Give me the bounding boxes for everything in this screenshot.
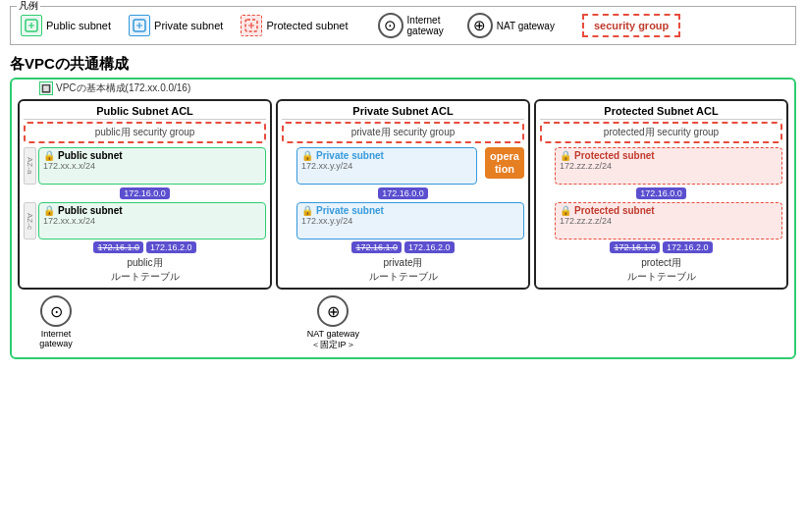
- private-az2-container: AZ-c 🔒 Private subnet 172.xx.y.y/24: [282, 202, 524, 239]
- private-az1-cidr: 172.xx.y.y/24: [301, 161, 472, 171]
- public-rt-badge1: 172.16.0.0: [120, 187, 170, 199]
- protected-rt-badge1: 172.16.0.0: [636, 187, 686, 199]
- private-lock-icon: 🔒: [301, 150, 313, 161]
- protected-lock-icon: 🔒: [560, 150, 571, 161]
- private-az2-lock-icon: 🔒: [301, 205, 313, 216]
- internet-gw-icon: ⊙: [378, 13, 403, 38]
- legend-nat-gw: ⊕ NAT gateway: [467, 13, 555, 38]
- security-group-legend: security group: [582, 14, 680, 37]
- legend-item-private: Private subnet: [129, 15, 223, 36]
- vpc-icon: 🔲: [39, 81, 53, 95]
- acl-row: Public Subnet ACL public用 security group…: [18, 99, 788, 290]
- public-az2-label: AZ-c: [24, 202, 36, 239]
- public-az1-cidr: 172.xx.x.x/24: [43, 161, 261, 171]
- section-title: 各VPCの共通構成: [0, 51, 806, 76]
- private-az1-container: AZ-a 🔒 Private subnet 172.xx.y.y/24 oper…: [282, 147, 524, 185]
- private-az2-cidr: 172.xx.y.y/24: [301, 216, 519, 226]
- legend-item-public: Public subnet: [21, 15, 111, 36]
- protected-subnet-label: Protected subnet: [266, 20, 348, 31]
- private-sg-label: private用 security group: [282, 122, 524, 143]
- public-subnet-icon: [21, 15, 42, 36]
- protected-az2-container: AZ-c 🔒 Protected subnet 172.zz.z.z/24: [540, 202, 782, 239]
- protected-az1-subnet: 🔒 Protected subnet 172.zz.z.z/24: [555, 147, 782, 185]
- public-az1-container: AZ-a 🔒 Public subnet 172.xx.x.x/24: [24, 147, 266, 185]
- protected-acl-block: Protected Subnet ACL protected用 security…: [534, 99, 788, 290]
- internet-gw-label: Internet gateway: [407, 15, 444, 36]
- public-rt-badge-az2-2: 172.16.2.0: [146, 241, 196, 253]
- public-rt-badge-az2-1: 172.16.1.0: [93, 241, 143, 253]
- private-az2-rt: 172.16.1.0 172.16.2.0: [282, 240, 524, 254]
- public-lock-icon: 🔒: [43, 150, 55, 161]
- operation-box: operation: [485, 147, 524, 179]
- protected-acl-title: Protected Subnet ACL: [540, 105, 782, 120]
- internet-gw-bottom: ⊙ Internetgateway: [22, 295, 90, 351]
- protected-az2-cidr: 172.zz.z.z/24: [560, 216, 778, 226]
- public-az1-rt: 172.16.0.0: [24, 186, 266, 200]
- public-az2-cidr: 172.xx.x.x/24: [43, 216, 261, 226]
- private-rt-badge-az2-1: 172.16.1.0: [351, 241, 402, 253]
- public-az2-rt: 172.16.1.0 172.16.2.0: [24, 240, 266, 254]
- public-az2-lock-icon: 🔒: [43, 205, 55, 216]
- private-rt-label: private用 ルートテーブル: [282, 256, 524, 284]
- protected-subnet-icon: [241, 15, 262, 36]
- protected-az2-subnet: 🔒 Protected subnet 172.zz.z.z/24: [555, 202, 782, 239]
- diagram-container: 🔲 VPCの基本構成(172.xx.0.0/16) Public Subnet …: [10, 78, 796, 359]
- public-subnet-label: Public subnet: [46, 20, 111, 31]
- protected-az1-rt: 172.16.0.0: [540, 186, 782, 200]
- protected-az2-lock-icon: 🔒: [560, 205, 571, 216]
- nat-gw-bottom-label: NAT gateway＜固定IP＞: [307, 329, 359, 351]
- nat-gw-circle: ⊕: [317, 295, 349, 327]
- private-acl-title: Private Subnet ACL: [282, 105, 524, 120]
- private-az1-rt: 172.16.0.0: [282, 186, 524, 200]
- private-rt-badge1: 172.16.0.0: [378, 187, 428, 199]
- protected-rt-badge-az2-1: 172.16.1.0: [610, 241, 660, 253]
- protected-sg-label: protected用 security group: [540, 122, 782, 143]
- vpc-label: 🔲 VPCの基本構成(172.xx.0.0/16): [39, 81, 190, 95]
- private-subnet-icon: [129, 15, 150, 36]
- internet-gw-bottom-label: Internetgateway: [39, 329, 73, 348]
- private-az1-subnet: 🔒 Private subnet 172.xx.y.y/24: [296, 147, 477, 185]
- protected-az1-cidr: 172.zz.z.z/24: [560, 161, 778, 171]
- legend-item-protected: Protected subnet: [241, 15, 348, 36]
- public-az2-subnet: 🔒 Public subnet 172.xx.x.x/24: [38, 202, 266, 239]
- diagram-bottom-gws: ⊙ Internetgateway ⊕ NAT gateway＜固定IP＞: [18, 295, 788, 351]
- legend-internet-gw: ⊙ Internet gateway: [378, 13, 444, 38]
- nat-gw-bottom: ⊕ NAT gateway＜固定IP＞: [298, 295, 367, 351]
- protected-rt-label: protect用 ルートテーブル: [540, 256, 782, 284]
- protected-rt-badge-az2-2: 172.16.2.0: [663, 241, 713, 253]
- nat-gw-icon: ⊕: [467, 13, 493, 38]
- internet-gw-circle: ⊙: [40, 295, 72, 327]
- private-acl-block: Private Subnet ACL private用 security gro…: [276, 99, 530, 290]
- protected-az1-container: AZ-a 🔒 Protected subnet 172.zz.z.z/24: [540, 147, 782, 185]
- legend-title: 凡例: [17, 0, 40, 13]
- private-rt-badge-az2-2: 172.16.2.0: [404, 241, 455, 253]
- public-rt-label: public用 ルートテーブル: [24, 256, 266, 284]
- public-acl-title: Public Subnet ACL: [24, 105, 266, 120]
- public-az2-container: AZ-c 🔒 Public subnet 172.xx.x.x/24: [24, 202, 266, 239]
- private-az2-subnet: 🔒 Private subnet 172.xx.y.y/24: [296, 202, 524, 239]
- private-az1-content: 🔒 Private subnet 172.xx.y.y/24 operation: [296, 147, 524, 185]
- legend-section: 凡例 Public subnet Private subnet Protecte…: [10, 6, 796, 45]
- public-sg-label: public用 security group: [24, 122, 266, 143]
- public-az1-subnet: 🔒 Public subnet 172.xx.x.x/24: [38, 147, 266, 185]
- public-acl-block: Public Subnet ACL public用 security group…: [18, 99, 272, 290]
- private-subnet-label: Private subnet: [154, 20, 223, 31]
- public-az1-label: AZ-a: [24, 147, 36, 185]
- nat-gw-label: NAT gateway: [497, 21, 555, 31]
- protected-az2-rt: 172.16.1.0 172.16.2.0: [540, 240, 782, 254]
